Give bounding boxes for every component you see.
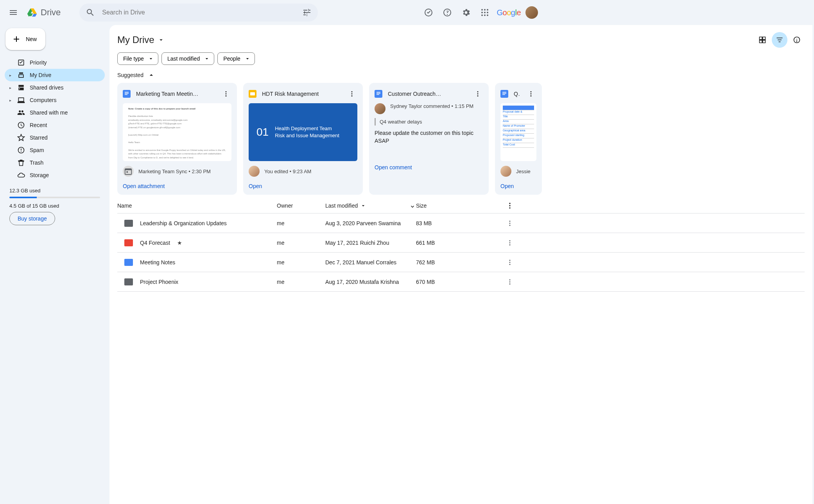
folder-icon — [124, 239, 133, 246]
sidebar-item-starred[interactable]: Starred — [5, 131, 105, 144]
shared-drives-icon — [17, 84, 25, 91]
svg-point-43 — [509, 224, 511, 226]
svg-point-49 — [509, 264, 511, 265]
row-more-button[interactable] — [502, 259, 518, 266]
dropdown-caret-icon — [360, 203, 366, 209]
sidebar-item-shared-drives[interactable]: ▸ Shared drives — [5, 81, 105, 94]
card-title: Customer Outreach… — [388, 91, 467, 97]
row-more-button[interactable] — [502, 239, 518, 246]
svg-point-44 — [509, 240, 511, 241]
column-name[interactable]: Name — [117, 203, 277, 209]
suggested-section-toggle[interactable]: Suggested — [109, 71, 543, 83]
search-options-button[interactable] — [298, 4, 316, 21]
sidebar-item-my-drive[interactable]: ▸ My Drive — [5, 69, 105, 81]
svg-point-50 — [509, 279, 511, 280]
docs-file-icon — [123, 90, 131, 98]
main-menu-button[interactable] — [5, 4, 22, 21]
file-name: Meeting Notes — [140, 259, 175, 265]
card-meta-text: Marketing Team Sync • 2:30 PM — [138, 169, 211, 174]
laptop-icon — [17, 96, 25, 104]
search-input[interactable] — [99, 9, 298, 16]
breadcrumb-my-drive[interactable]: My Drive — [117, 34, 165, 45]
sidebar-item-label: Storage — [30, 172, 49, 178]
expand-caret-icon: ▸ — [8, 98, 13, 102]
page-title: My Drive — [117, 34, 154, 45]
apps-button[interactable] — [476, 4, 493, 21]
svg-point-8 — [487, 14, 488, 16]
more-vert-icon — [348, 90, 355, 97]
support-button[interactable] — [439, 4, 456, 21]
file-owner: me — [277, 240, 325, 246]
search-icon — [86, 8, 95, 17]
card-more-button[interactable] — [346, 88, 357, 99]
column-owner[interactable]: Owner — [277, 203, 325, 209]
sidebar-item-trash[interactable]: Trash — [5, 156, 105, 169]
column-size[interactable]: Size — [416, 203, 502, 209]
svg-point-51 — [509, 281, 511, 282]
svg-point-6 — [481, 14, 483, 16]
svg-point-5 — [487, 12, 488, 13]
dropdown-caret-icon — [148, 56, 154, 62]
svg-rect-32 — [502, 92, 506, 93]
svg-point-41 — [509, 221, 511, 222]
svg-point-15 — [226, 95, 227, 97]
sidebar-item-recent[interactable]: Recent — [5, 119, 105, 131]
account-avatar[interactable] — [525, 6, 538, 19]
sidebar-item-priority[interactable]: Priority — [5, 56, 105, 69]
svg-point-36 — [531, 93, 532, 95]
file-modified: Dec 7, 2021 Manuel Corrales — [325, 259, 416, 265]
file-name: Project Phoenix — [140, 279, 178, 285]
svg-rect-18 — [126, 171, 128, 173]
card-more-button[interactable] — [525, 88, 536, 99]
row-more-button[interactable] — [502, 220, 518, 227]
filter-chip-last-modified[interactable]: Last modified — [161, 52, 214, 65]
chevron-up-icon — [147, 71, 155, 79]
hamburger-icon — [9, 8, 18, 17]
sidebar-item-label: Computers — [30, 97, 56, 103]
sidebar-item-shared-with-me[interactable]: Shared with me — [5, 106, 105, 119]
card-action-link[interactable]: Open — [249, 180, 357, 189]
sidebar-item-storage[interactable]: Storage — [5, 169, 105, 181]
table-row[interactable]: Q4 Forecast ★ me May 17, 2021 Ruichi Zho… — [117, 233, 543, 253]
card-action-link[interactable]: Open comment — [375, 161, 483, 170]
table-row[interactable]: Project Phoenix me Aug 17, 2020 Mustafa … — [117, 272, 543, 292]
file-size: 661 MB — [416, 240, 502, 246]
table-row[interactable]: Leadership & Organization Updates me Aug… — [117, 213, 543, 233]
drive-logo[interactable]: Drive — [23, 7, 64, 18]
svg-rect-27 — [377, 94, 379, 95]
settings-button[interactable] — [457, 4, 475, 21]
sidebar-item-label: Trash — [30, 160, 43, 166]
card-action-link[interactable]: Open attachment — [123, 180, 231, 189]
svg-rect-12 — [125, 94, 127, 95]
table-row[interactable]: Meeting Notes me Dec 7, 2021 Manuel Corr… — [117, 253, 543, 272]
card-more-button[interactable] — [472, 88, 483, 99]
search-button[interactable] — [82, 4, 99, 21]
suggested-card[interactable]: Customer Outreach… Sydney Taylor comment… — [369, 83, 489, 195]
svg-point-45 — [509, 242, 511, 243]
sidebar-item-spam[interactable]: Spam — [5, 144, 105, 156]
new-button[interactable]: New — [5, 28, 45, 50]
help-icon — [443, 8, 452, 17]
row-more-button[interactable] — [502, 278, 518, 285]
sidebar-item-label: Shared drives — [30, 84, 63, 91]
suggested-card[interactable]: Marketing Team Meetin… Note: Create a co… — [117, 83, 237, 195]
filter-chip-label: File type — [123, 56, 144, 62]
column-modified[interactable]: Last modified — [325, 202, 416, 209]
buy-storage-button[interactable]: Buy storage — [9, 212, 55, 225]
suggested-card[interactable]: Q4 Pro Proposal date &TitleAreaName of P… — [495, 83, 542, 195]
svg-rect-26 — [377, 93, 380, 94]
svg-point-29 — [477, 93, 479, 95]
file-modified: May 17, 2021 Ruichi Zhou — [325, 240, 416, 246]
storage-bar — [9, 197, 100, 198]
offline-status-button[interactable] — [420, 4, 437, 21]
filter-chip-people[interactable]: People — [217, 52, 255, 65]
sidebar-item-computers[interactable]: ▸ Computers — [5, 94, 105, 106]
filter-chip-file-type[interactable]: File type — [117, 52, 158, 65]
svg-point-23 — [351, 95, 353, 97]
card-more-button[interactable] — [221, 88, 231, 99]
svg-point-3 — [481, 12, 483, 13]
card-action-link[interactable]: Open — [500, 180, 536, 189]
google-account-label[interactable]: Google — [495, 8, 522, 17]
suggested-card[interactable]: HDT Risk Management 01Health Deployment … — [243, 83, 363, 195]
card-title: Q4 Pro — [514, 91, 520, 97]
